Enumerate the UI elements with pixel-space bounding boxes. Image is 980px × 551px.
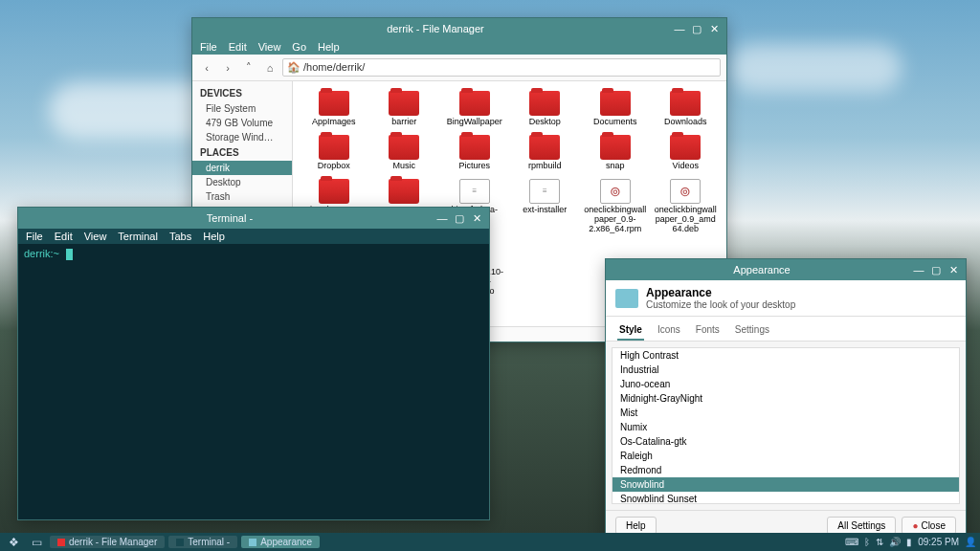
maximize-button[interactable]: ▢ [690, 22, 703, 35]
taskbar-task[interactable]: Terminal - [168, 536, 237, 548]
style-row[interactable]: Industrial [612, 363, 959, 377]
style-row[interactable]: Numix [612, 420, 959, 434]
maximize-button[interactable]: ▢ [929, 263, 943, 276]
close-button[interactable]: ✕ [470, 211, 483, 225]
sidebar-heading-places: PLACES [192, 144, 292, 161]
close-button[interactable]: ✕ [707, 22, 721, 35]
style-row[interactable]: Snowblind Sunset [612, 492, 959, 504]
style-row[interactable]: Redmond [612, 463, 959, 477]
appr-tabs: StyleIconsFontsSettings [606, 317, 966, 342]
term-menu-tabs[interactable]: Tabs [169, 231, 191, 242]
file-item[interactable]: ⊚oneclickbingwallpaper_0.9-2.x86_64.rpm [582, 177, 649, 236]
style-row[interactable]: Juno-ocean [612, 377, 959, 391]
style-row[interactable]: Snowblind [612, 477, 959, 492]
doc-icon: ≡ [529, 179, 560, 204]
bluetooth-icon[interactable]: ᛒ [864, 537, 870, 547]
file-item[interactable]: Documents [582, 89, 649, 129]
minimize-button[interactable]: — [435, 211, 449, 225]
show-desktop-button[interactable]: ▭ [27, 535, 46, 549]
appr-titlebar[interactable]: Appearance — ▢ ✕ [606, 259, 966, 280]
file-item[interactable]: Videos [653, 133, 720, 173]
tab-style[interactable]: Style [617, 320, 644, 341]
fm-menu-help[interactable]: Help [318, 41, 340, 53]
sidebar-item-place[interactable]: Trash [192, 189, 292, 204]
pkg-icon: ⊚ [670, 179, 701, 204]
taskbar-app-icon [57, 539, 65, 546]
file-item[interactable]: BingWallpaper [441, 89, 508, 129]
file-item[interactable]: ⊚oneclickbingwallpaper_0.9_amd64.deb [653, 177, 720, 236]
folder-icon [529, 135, 560, 160]
forward-button[interactable]: › [219, 59, 236, 77]
file-label: Music [392, 162, 415, 171]
file-item[interactable]: Music [371, 133, 438, 173]
term-menu-file[interactable]: File [26, 231, 43, 242]
network-icon[interactable]: ⇅ [876, 537, 883, 547]
folder-icon [319, 91, 349, 116]
file-item[interactable]: rpmbuild [512, 133, 579, 173]
fm-menu-view[interactable]: View [258, 41, 281, 53]
style-row[interactable]: Raleigh [612, 449, 959, 463]
term-menu-terminal[interactable]: Terminal [118, 231, 158, 242]
close-icon: ● [912, 520, 918, 531]
sidebar-item-place[interactable]: derrik [192, 161, 292, 175]
keyboard-icon[interactable]: ⌨ [845, 537, 858, 547]
file-item[interactable]: Pictures [441, 133, 508, 173]
taskbar-task[interactable]: derrik - File Manager [50, 536, 165, 548]
fm-titlebar[interactable]: derrik - File Manager — ▢ ✕ [192, 18, 726, 39]
sidebar-item-place[interactable]: Desktop [192, 175, 292, 189]
sidebar-item-device[interactable]: File System [192, 101, 292, 116]
appearance-icon [615, 289, 638, 308]
appr-heading: Appearance [646, 286, 795, 299]
file-item[interactable]: Desktop [512, 89, 579, 129]
taskbar-task-label: Terminal - [188, 537, 230, 547]
minimize-button[interactable]: — [912, 263, 925, 276]
home-button[interactable]: ⌂ [261, 59, 278, 77]
fm-menu-go[interactable]: Go [292, 41, 306, 53]
start-button[interactable]: ❖ [4, 535, 23, 549]
term-menu-edit[interactable]: Edit [55, 231, 73, 242]
user-icon[interactable]: 👤 [965, 537, 976, 547]
taskbar-task-label: derrik - File Manager [69, 537, 157, 547]
folder-icon [459, 135, 490, 160]
file-item[interactable]: AppImages [301, 89, 368, 129]
folder-icon [319, 135, 349, 160]
term-menu-view[interactable]: View [84, 231, 107, 242]
style-row[interactable]: Mist [612, 406, 959, 420]
folder-icon [529, 91, 560, 116]
file-item[interactable]: barrier [371, 89, 438, 129]
file-item[interactable]: ≡ext-installer [512, 177, 579, 236]
appr-style-list[interactable]: High ContrastIndustrialJuno-oceanMidnigh… [612, 347, 960, 504]
term-screen[interactable]: derrik:~ [18, 244, 489, 519]
fm-menu-file[interactable]: File [200, 41, 217, 53]
sidebar-item-device[interactable]: Storage Windows [192, 130, 292, 144]
file-item[interactable]: snap [582, 133, 649, 173]
folder-icon [600, 135, 631, 160]
path-input[interactable]: 🏠 /home/derrik/ [282, 58, 721, 77]
term-titlebar[interactable]: Terminal - — ▢ ✕ [18, 208, 489, 229]
style-row[interactable]: High Contrast [612, 348, 959, 363]
file-label: oneclickbingwallpaper_0.9-2.x86_64.rpm [584, 206, 647, 234]
term-menu-help[interactable]: Help [203, 231, 225, 242]
up-button[interactable]: ˄ [240, 59, 257, 77]
folder-icon [319, 179, 349, 204]
style-row[interactable]: Midnight-GrayNight [612, 391, 959, 406]
maximize-button[interactable]: ▢ [453, 211, 466, 225]
fm-menu-edit[interactable]: Edit [229, 41, 247, 53]
close-button[interactable]: ✕ [947, 263, 960, 276]
fm-menubar: File Edit View Go Help [192, 39, 726, 55]
tab-settings[interactable]: Settings [733, 320, 771, 341]
tab-fonts[interactable]: Fonts [694, 320, 722, 341]
minimize-button[interactable]: — [673, 22, 686, 35]
volume-icon[interactable]: 🔊 [889, 537, 901, 547]
battery-icon[interactable]: ▮ [906, 537, 912, 547]
term-caret [66, 249, 73, 260]
taskbar-task[interactable]: Appearance [241, 536, 320, 548]
sidebar-item-device[interactable]: 479 GB Volume [192, 116, 292, 130]
style-row[interactable]: Os-Catalina-gtk [612, 434, 959, 449]
file-item[interactable]: Downloads [653, 89, 720, 129]
tab-icons[interactable]: Icons [656, 320, 682, 341]
file-item[interactable]: Dropbox [301, 133, 368, 173]
appearance-window: Appearance — ▢ ✕ Appearance Customize th… [605, 258, 967, 541]
back-button[interactable]: ‹ [198, 59, 215, 77]
clock[interactable]: 09:25 PM [918, 537, 959, 547]
